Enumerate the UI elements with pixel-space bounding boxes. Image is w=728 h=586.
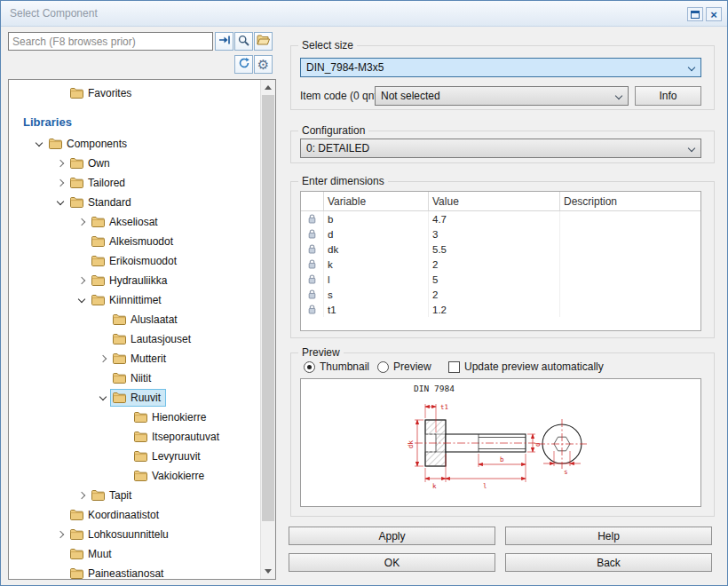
find-button[interactable] (234, 32, 253, 51)
tree-item-components[interactable]: Components (9, 134, 260, 154)
configuration-group-label: Configuration (298, 124, 368, 137)
ok-button[interactable]: OK (289, 553, 495, 572)
tree-item-mutterit[interactable]: Mutterit (9, 349, 260, 368)
dimension-description (560, 242, 700, 257)
configuration-combobox[interactable]: 0: DETAILED (300, 139, 701, 158)
size-combobox[interactable]: DIN_7984-M3x5 (300, 58, 701, 77)
close-button[interactable]: × (706, 7, 722, 21)
tree-item-aluslaatat[interactable]: Aluslaatat (9, 310, 260, 329)
chevron-right-icon[interactable] (53, 532, 67, 537)
scrollbar-up-button[interactable] (261, 80, 275, 95)
dimension-value[interactable]: 3 (429, 226, 560, 242)
tree-item-own[interactable]: Own (9, 154, 260, 173)
folder-icon (134, 471, 147, 481)
tree-item-standard[interactable]: Standard (9, 193, 260, 212)
dimension-variable: t1 (324, 302, 429, 317)
chevron-right-icon[interactable] (75, 219, 89, 225)
dimension-value[interactable]: 5 (429, 272, 560, 287)
dimension-row-l[interactable]: l5 (301, 272, 700, 287)
chevron-right-icon[interactable] (96, 356, 110, 361)
tree-item-label: Aluslaatat (131, 313, 178, 326)
folder-icon (70, 178, 83, 188)
dimension-value[interactable]: 5.5 (429, 242, 560, 257)
tree-item-vakiokierre[interactable]: Vakiokierre (9, 466, 260, 486)
info-button[interactable]: Info (635, 86, 701, 106)
chevron-down-icon[interactable] (53, 199, 67, 206)
window-title: Select Component (10, 7, 98, 20)
update-preview-group: Update preview automatically (448, 360, 604, 373)
tree-item-ruuvit[interactable]: Ruuvit (9, 388, 260, 408)
dimension-row-b[interactable]: b4.7 (301, 211, 700, 226)
tree-scrollbar[interactable] (260, 80, 275, 579)
dimensions-table-body: b4.7d3dk5.5k2l5s2t11.2 (301, 211, 700, 317)
tree-item-tailored[interactable]: Tailored (9, 173, 260, 193)
tree-item-label: Standard (88, 196, 131, 209)
tree-item-kiinnittimet[interactable]: Kiinnittimet (9, 290, 260, 310)
open-folder-icon (257, 35, 270, 48)
update-preview-checkbox[interactable] (448, 361, 460, 373)
tree-item-erikoismuodot[interactable]: Erikoismuodot (9, 251, 260, 271)
dimension-value[interactable]: 4.7 (429, 211, 560, 226)
dimension-description (560, 226, 700, 242)
dimension-row-k[interactable]: k2 (301, 257, 700, 272)
tree-item-favorites[interactable]: Favorites (9, 83, 260, 103)
tree-item-akseliosat[interactable]: Akseliosat (9, 212, 260, 232)
tree-item-paineastianosat[interactable]: Paineastianosat (9, 564, 260, 579)
dimension-row-d[interactable]: d3 (301, 226, 700, 242)
tree-item-muut[interactable]: Muut (9, 544, 260, 564)
folder-icon (113, 392, 126, 403)
dimension-value[interactable]: 1.2 (429, 302, 560, 317)
chevron-down-icon[interactable] (32, 140, 46, 147)
dim-label-dk: dk (407, 440, 415, 448)
tree-item-hydrauliikka[interactable]: Hydrauliikka (9, 271, 260, 290)
tree-item-lohkosuunnittelu[interactable]: Lohkosuunnittelu (9, 525, 260, 544)
refresh-button[interactable] (234, 55, 253, 74)
dimension-value[interactable]: 2 (429, 287, 560, 302)
chevron-right-icon[interactable] (75, 278, 89, 283)
dim-label-d: d (534, 442, 542, 447)
folder-icon (70, 158, 83, 169)
folder-icon (91, 256, 105, 266)
dimension-description (560, 211, 700, 226)
tree-item-koordinaatistot[interactable]: Koordinaatistot (9, 505, 260, 525)
chevron-down-icon[interactable] (96, 394, 110, 401)
chevron-right-icon[interactable] (53, 161, 67, 166)
item-code-combobox[interactable]: Not selected (375, 86, 629, 106)
apply-button[interactable]: Apply (289, 527, 495, 545)
scrollbar-thumb[interactable] (262, 95, 274, 521)
dimension-row-dk[interactable]: dk5.5 (301, 242, 700, 257)
chevron-right-icon[interactable] (75, 493, 89, 498)
dimension-value[interactable]: 2 (429, 257, 560, 272)
tree-item-label: Vakiokierre (152, 470, 204, 482)
tree-item-label: Levyruuvit (152, 450, 201, 463)
tree-item-hienokierre[interactable]: Hienokierre (9, 408, 260, 427)
chevron-right-icon[interactable] (53, 180, 67, 186)
lock-icon (301, 302, 324, 317)
chevron-down-icon[interactable] (75, 297, 89, 304)
search-go-button[interactable] (215, 32, 233, 51)
triangle-down-icon (265, 569, 272, 574)
tree-item-tapit[interactable]: Tapit (9, 486, 260, 505)
thumbnail-radio[interactable] (304, 361, 315, 373)
back-button[interactable]: Back (505, 553, 712, 572)
tree-item-niitit[interactable]: Niitit (9, 368, 260, 388)
dimensions-table-header: Variable Value Description (301, 192, 700, 211)
dimension-row-s[interactable]: s2 (301, 287, 700, 302)
restore-button[interactable] (687, 7, 703, 21)
folder-icon (134, 451, 147, 462)
browse-folder-button[interactable] (254, 32, 273, 51)
tree-item-itseporautuvat[interactable]: Itseporautuvat (9, 427, 260, 447)
search-icon (238, 35, 249, 49)
dimension-row-t1[interactable]: t11.2 (301, 302, 700, 317)
preview-radio[interactable] (377, 361, 389, 373)
dimensions-group-label: Enter dimensions (298, 175, 388, 187)
help-button[interactable]: Help (505, 527, 712, 545)
search-input[interactable] (8, 32, 213, 51)
tree-item-alkeismuodot[interactable]: Alkeismuodot (9, 232, 260, 251)
tree-item-lautasjouset[interactable]: Lautasjouset (9, 329, 260, 349)
settings-button[interactable]: ⚙ (254, 55, 273, 74)
tree-item-levyruuvit[interactable]: Levyruuvit (9, 447, 260, 466)
scrollbar-down-button[interactable] (261, 564, 275, 579)
titlebar[interactable]: Select Component × (1, 1, 727, 27)
tree-item-label: Niitit (131, 372, 151, 384)
